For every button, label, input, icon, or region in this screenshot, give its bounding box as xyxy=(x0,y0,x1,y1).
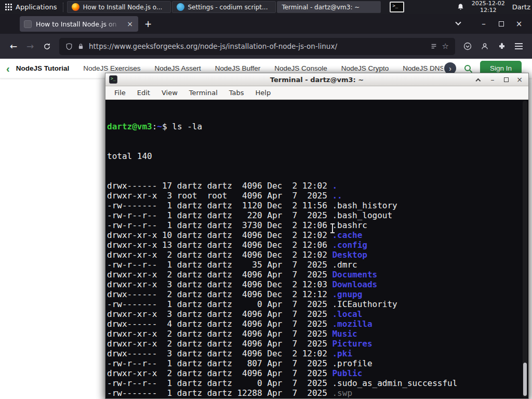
panel-username[interactable]: Dartz xyxy=(512,3,530,11)
menu-terminal[interactable]: Terminal xyxy=(183,86,223,100)
ls-output-line: drwxr-xr-x 2 dartz dartz 4096 Apr 7 2025… xyxy=(107,368,528,378)
ls-output-line: drwxr-xr-x 2 dartz dartz 4096 Apr 7 2025… xyxy=(107,339,528,349)
site-nav-link[interactable]: NodeJS DNS xyxy=(403,64,443,72)
new-tab-button[interactable]: + xyxy=(140,16,156,32)
ls-output-line: -rw-r--r-- 1 dartz dartz 0 Apr 7 2025 .s… xyxy=(107,378,528,388)
applications-label: Applications xyxy=(16,3,57,11)
back-button[interactable]: ← xyxy=(5,38,22,54)
tracking-shield-icon[interactable] xyxy=(65,43,73,50)
directory-name: .pki xyxy=(332,349,352,358)
ls-output-line: -rw-r--r-- 1 dartz dartz 35 Apr 7 2025 .… xyxy=(107,260,528,270)
forward-button[interactable]: → xyxy=(22,38,38,54)
file-name: .sudo_as_admin_successful xyxy=(332,378,457,388)
clock-date: 2025-12-02 xyxy=(472,1,505,7)
prompt-path: ~ xyxy=(157,122,162,131)
site-nav-link[interactable]: NodeJS Tutorial xyxy=(16,64,70,72)
file-attributes: drwxr-xr-x 3 dartz dartz 4096 Dec 2 12:0… xyxy=(107,280,332,289)
file-name: .swp xyxy=(332,388,352,398)
pocket-icon[interactable] xyxy=(463,42,472,50)
ls-output-line: drwxr-xr-x 10 dartz dartz 4096 Dec 2 12:… xyxy=(107,230,528,240)
menu-hamburger-icon[interactable] xyxy=(515,43,523,49)
ls-output-line: drwxr-xr-x 13 dartz dartz 4096 Dec 2 12:… xyxy=(107,240,528,250)
command-text: ls -la xyxy=(172,122,202,131)
tab-close-icon[interactable]: × xyxy=(126,20,134,28)
firefox-icon xyxy=(72,3,79,11)
panel-task-button[interactable]: Settings - codium script... xyxy=(172,1,276,13)
directory-name: .mozilla xyxy=(332,319,372,329)
ls-output-line: drwxr-xr-x 2 dartz dartz 4096 Dec 2 12:0… xyxy=(107,250,528,260)
account-icon[interactable] xyxy=(481,42,489,50)
bookmark-star-icon[interactable]: ☆ xyxy=(442,42,449,51)
terminal-titlebar[interactable]: Terminal - dartz@vm3: ~ – × xyxy=(105,73,528,86)
site-search-icon[interactable] xyxy=(463,64,473,73)
file-attributes: drwxr-xr-x 2 dartz dartz 4096 Apr 7 2025 xyxy=(107,270,332,280)
extensions-puzzle-icon[interactable] xyxy=(498,42,506,50)
directory-name: .. xyxy=(332,191,342,201)
terminal-close-button[interactable]: × xyxy=(514,75,525,84)
ls-output-line: -rw-r--r-- 1 dartz dartz 3730 Dec 2 12:0… xyxy=(107,220,528,230)
panel-task-button[interactable]: Terminal - dartz@vm3: ~ xyxy=(277,1,381,13)
reload-button[interactable] xyxy=(38,38,55,54)
restore-icon xyxy=(499,21,504,26)
terminal-minimize-button[interactable]: – xyxy=(487,75,498,84)
prompt-user: dartz@vm3 xyxy=(107,122,152,131)
reader-mode-icon[interactable] xyxy=(430,43,437,50)
shade-button[interactable] xyxy=(474,75,484,84)
chevron-right-glyph: › xyxy=(449,64,451,73)
menu-view[interactable]: View xyxy=(156,86,183,100)
menu-help[interactable]: Help xyxy=(250,86,277,100)
directory-name: .cache xyxy=(332,230,362,240)
file-attributes: drwxr-xr-x 3 dartz dartz 4096 Apr 7 2025 xyxy=(107,309,332,319)
browser-tab[interactable]: How to Install Node.js on × xyxy=(20,16,138,32)
directory-name: Desktop xyxy=(332,250,367,260)
lock-icon[interactable] xyxy=(77,43,84,50)
terminal-maximize-button[interactable] xyxy=(501,75,511,84)
site-nav-link[interactable]: NodeJS Console xyxy=(274,64,327,72)
file-attributes: drwxr-xr-x 2 dartz dartz 4096 Apr 7 2025 xyxy=(107,339,332,349)
browser-toolbar: ← → https://www.geeksforgeeks.org/node-j… xyxy=(0,34,532,59)
menu-file[interactable]: File xyxy=(109,86,131,100)
nav-scroll-left-icon[interactable]: ‹ xyxy=(6,63,10,74)
file-name: .bash_history xyxy=(332,201,397,210)
clock-time: 12:12 xyxy=(472,7,505,14)
panel-task-button[interactable]: How to Install Node.js o... xyxy=(67,1,171,13)
applications-grid-icon xyxy=(5,4,12,10)
panel-status-area: 2025-12-02 12:12 Dartz xyxy=(457,1,532,14)
file-attributes: drwx------ 3 dartz dartz 4096 Dec 2 12:0… xyxy=(107,349,332,358)
directory-name: Templates xyxy=(332,398,377,398)
ls-output-line: drwxr-xr-x 3 dartz dartz 4096 Dec 2 12:0… xyxy=(107,280,528,289)
directory-name: Documents xyxy=(332,270,377,280)
browser-restore-button[interactable] xyxy=(493,16,510,32)
task-label: Terminal - dartz@vm3: ~ xyxy=(282,4,360,11)
ls-output-line: -rw------- 1 dartz dartz 12288 Apr 7 202… xyxy=(107,388,528,398)
scrollbar-thumb[interactable] xyxy=(523,363,527,396)
terminal-scrollbar[interactable] xyxy=(523,101,527,397)
tray-terminal-icon[interactable] xyxy=(390,2,404,12)
file-attributes: drwxr-xr-x 2 dartz dartz 4096 Dec 2 12:0… xyxy=(107,250,332,260)
task-label: Settings - codium script... xyxy=(188,4,268,11)
terminal-content[interactable]: dartz@vm3:~$ ls -la total 140 drwx------… xyxy=(105,100,528,398)
site-nav-link[interactable]: NodeJS Buffer xyxy=(215,64,261,72)
ls-output-line: drwx------ 17 dartz dartz 4096 Dec 2 12:… xyxy=(107,181,528,191)
browser-close-button[interactable]: × xyxy=(510,16,528,32)
ls-output-line: drwxr-xr-x 2 dartz dartz 4096 Apr 7 2025… xyxy=(107,329,528,339)
ls-output-line: drwxr-xr-x 2 dartz dartz 4096 Apr 7 2025… xyxy=(107,398,528,398)
codium-icon xyxy=(177,3,184,11)
site-nav-link[interactable]: NodeJS Crypto xyxy=(341,64,389,72)
browser-minimize-button[interactable]: – xyxy=(475,16,493,32)
site-nav-link[interactable]: NodeJS Exercises xyxy=(83,64,140,72)
url-bar[interactable]: https://www.geeksforgeeks.org/node-js/in… xyxy=(59,38,455,55)
ls-output-line: -rw-r--r-- 1 dartz dartz 807 Apr 7 2025 … xyxy=(107,358,528,368)
menu-edit[interactable]: Edit xyxy=(131,86,156,100)
menu-tabs[interactable]: Tabs xyxy=(223,86,250,100)
url-text[interactable]: https://www.geeksforgeeks.org/node-js/in… xyxy=(89,42,425,50)
notification-bell-icon[interactable] xyxy=(457,3,464,11)
site-nav-link[interactable]: NodeJS Assert xyxy=(154,64,201,72)
applications-menu-button[interactable]: Applications xyxy=(0,0,62,14)
list-all-tabs-chevron-icon[interactable] xyxy=(455,20,461,25)
terminal-window: Terminal - dartz@vm3: ~ – × FileEditView… xyxy=(105,73,529,399)
panel-clock[interactable]: 2025-12-02 12:12 xyxy=(472,1,505,14)
tab-title: How to Install Node.js on xyxy=(36,20,122,28)
total-line: total 140 xyxy=(107,151,528,161)
file-attributes: drwxr-xr-x 3 root root 4096 Apr 7 2025 xyxy=(107,191,332,201)
